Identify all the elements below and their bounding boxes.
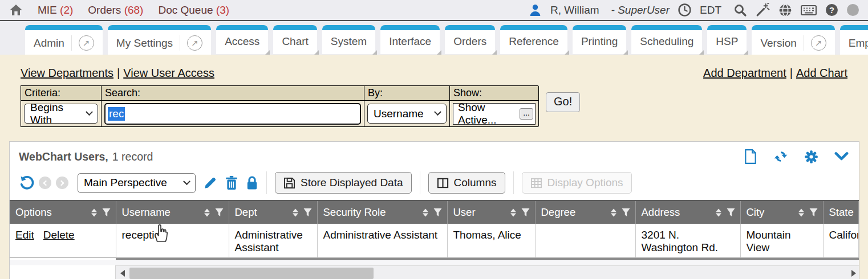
popout-icon[interactable]: ↗ <box>180 35 202 51</box>
search-input[interactable]: rec <box>104 103 361 125</box>
sort-icon[interactable] <box>293 208 298 216</box>
column-header-state[interactable]: State <box>823 200 859 224</box>
panel-footer <box>10 265 859 279</box>
edit-perspective-icon[interactable] <box>204 176 217 190</box>
add-department-link[interactable]: Add Department <box>703 67 786 79</box>
sort-icon[interactable] <box>423 208 428 216</box>
tab-accent-strip <box>500 25 567 30</box>
scroll-right-arrow-icon[interactable] <box>851 270 856 277</box>
store-displayed-data-button[interactable]: Store Displayed Data <box>275 172 412 194</box>
column-header-degree[interactable]: Degree <box>535 200 635 224</box>
keyboard-icon[interactable] <box>801 4 817 17</box>
go-button[interactable]: Go! <box>546 92 580 112</box>
tab-admin[interactable]: Admin↗ <box>25 25 103 55</box>
column-header-city[interactable]: City <box>740 200 823 224</box>
tab-accent-strip <box>840 25 868 30</box>
chevron-right-icon <box>59 180 64 186</box>
popout-icon[interactable]: ↗ <box>71 35 94 51</box>
user-name[interactable]: R, William <box>550 4 599 17</box>
popout-icon[interactable]: ↗ <box>804 35 826 51</box>
sort-icon[interactable] <box>798 208 804 216</box>
dropdown-corner-icon <box>563 50 569 55</box>
view-departments-link[interactable]: View Departments <box>21 67 113 79</box>
nav-orders[interactable]: Orders (68) <box>88 4 143 17</box>
quick-links-row: View Departments|View User Access Add De… <box>21 67 847 80</box>
tab-printing[interactable]: Printing <box>573 25 626 54</box>
tab-employer-organizations[interactable]: Employer Organizations↗ <box>840 25 868 55</box>
collapse-chevron-icon[interactable] <box>834 151 849 162</box>
status-indicator-dot[interactable] <box>847 4 859 16</box>
filter-icon[interactable] <box>102 208 111 217</box>
column-header-dept[interactable]: Dept <box>229 200 317 224</box>
tab-version[interactable]: Version↗ <box>752 25 834 55</box>
new-document-icon[interactable] <box>744 149 757 164</box>
display-options-button[interactable]: Display Options <box>522 172 632 194</box>
columns-label: Columns <box>454 177 497 189</box>
tab-orders[interactable]: Orders <box>445 25 495 54</box>
scroll-left-arrow-icon[interactable] <box>120 270 125 277</box>
dropdown-corner-icon <box>491 50 497 55</box>
delete-link[interactable]: Delete <box>43 229 75 241</box>
add-chart-link[interactable]: Add Chart <box>796 67 847 79</box>
tab-interface[interactable]: Interface <box>380 25 440 54</box>
user-icon[interactable] <box>529 3 542 17</box>
sort-icon[interactable] <box>91 208 97 216</box>
tab-label: Interface <box>389 35 431 48</box>
next-page-button[interactable] <box>56 177 68 189</box>
home-icon[interactable] <box>9 3 23 17</box>
tab-access[interactable]: Access <box>216 25 268 54</box>
tab-hsp[interactable]: HSP <box>707 25 747 54</box>
nav-mie[interactable]: MIE (2) <box>38 4 73 17</box>
scrollbar-thumb[interactable] <box>129 268 374 279</box>
column-header-username[interactable]: Username <box>116 200 229 224</box>
tab-reference[interactable]: Reference <box>500 25 567 54</box>
column-header-address[interactable]: Address <box>635 200 740 224</box>
show-filter-field[interactable]: Show Active... ... <box>453 103 536 125</box>
filter-icon[interactable] <box>303 208 312 217</box>
filter-icon[interactable] <box>215 208 224 217</box>
column-header-options[interactable]: Options <box>10 200 116 224</box>
sort-icon[interactable] <box>204 208 210 216</box>
columns-button[interactable]: Columns <box>428 172 505 194</box>
help-icon[interactable]: ? <box>825 3 838 17</box>
filter-icon[interactable] <box>433 208 442 217</box>
tab-chart[interactable]: Chart <box>273 25 317 54</box>
chevron-down-icon <box>434 108 441 116</box>
gear-icon[interactable] <box>804 150 818 164</box>
filter-icon[interactable] <box>622 208 630 217</box>
table-header-row: Options Username Dept Security Role User… <box>10 200 859 224</box>
lock-perspective-icon[interactable] <box>246 176 258 190</box>
view-user-access-link[interactable]: View User Access <box>123 67 214 79</box>
toolbar-separator <box>513 171 514 194</box>
search-icon[interactable] <box>733 3 747 17</box>
filter-icon[interactable] <box>727 208 735 217</box>
prev-page-button[interactable] <box>39 177 51 189</box>
delete-perspective-icon[interactable] <box>225 176 238 190</box>
cell-user: Thomas, Alice <box>447 224 535 258</box>
perspective-select[interactable]: Main Perspective <box>78 173 196 193</box>
undo-icon[interactable] <box>19 175 34 191</box>
cell-address: 3201 N. Washington Rd. <box>635 224 740 258</box>
clock-icon[interactable] <box>678 3 691 17</box>
criteria-select[interactable]: Begins With <box>24 104 98 124</box>
sort-icon[interactable] <box>716 208 721 216</box>
edit-link[interactable]: Edit <box>15 229 34 241</box>
magic-wand-icon[interactable] <box>756 3 770 17</box>
column-header-user[interactable]: User <box>447 200 535 224</box>
tab-my-settings[interactable]: My Settings↗ <box>108 25 211 55</box>
nav-doc-queue[interactable]: Doc Queue (3) <box>158 4 229 17</box>
filter-icon[interactable] <box>809 208 818 217</box>
horizontal-scrollbar[interactable] <box>116 265 859 279</box>
tab-accent-strip <box>573 25 626 30</box>
column-header-security-role[interactable]: Security Role <box>317 200 447 224</box>
filter-icon[interactable] <box>521 208 530 217</box>
refresh-icon[interactable] <box>773 149 788 164</box>
by-select[interactable]: Username <box>367 104 447 124</box>
cell-username[interactable]: reception <box>116 224 229 258</box>
tab-system[interactable]: System <box>322 25 375 54</box>
tab-scheduling[interactable]: Scheduling <box>631 25 702 54</box>
sort-icon[interactable] <box>510 208 516 216</box>
globe-icon[interactable] <box>778 3 792 17</box>
show-more-button[interactable]: ... <box>520 108 533 120</box>
sort-icon[interactable] <box>611 208 616 216</box>
